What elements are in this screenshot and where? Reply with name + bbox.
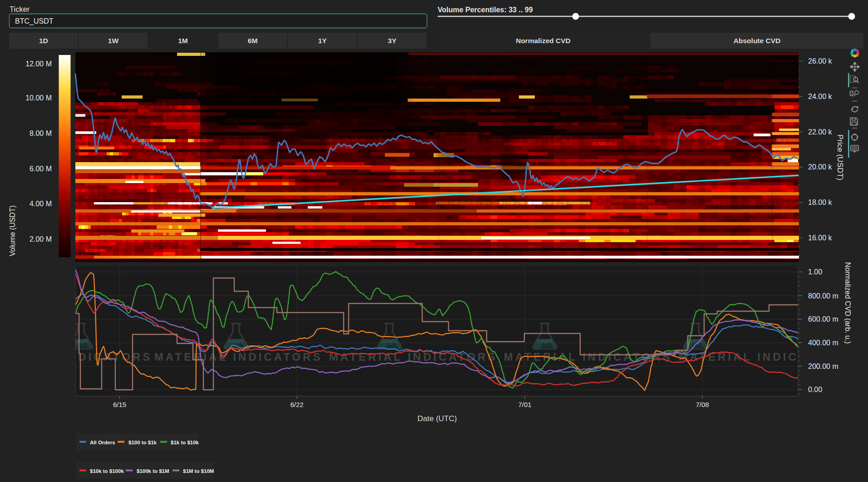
svg-text:$1k to $10k: $1k to $10k: [171, 440, 199, 445]
svg-text:All Orders: All Orders: [90, 440, 115, 445]
svg-text:22.00 k: 22.00 k: [808, 128, 832, 136]
svg-text:Ticker: Ticker: [10, 5, 30, 13]
svg-text:MATERIAL INDICATORS: MATERIAL INDICATORS: [502, 195, 670, 208]
svg-text:200.00 m: 200.00 m: [808, 363, 838, 370]
svg-text:6/15: 6/15: [113, 401, 126, 408]
svg-text:$100 to $1k: $100 to $1k: [128, 440, 157, 445]
svg-text:24.00 k: 24.00 k: [808, 93, 832, 100]
svg-text:MATERIAL INDICATORS: MATERIAL INDICATORS: [327, 134, 495, 147]
svg-text:4.00 M: 4.00 M: [30, 200, 52, 208]
svg-text:$100k to $1M: $100k to $1M: [137, 468, 169, 474]
svg-text:800.00 m: 800.00 m: [808, 292, 838, 300]
svg-text:Volume Percentiles: 33 .. 99: Volume Percentiles: 33 .. 99: [438, 6, 533, 14]
svg-text:1D: 1D: [39, 37, 48, 45]
svg-text:0.00: 0.00: [808, 386, 822, 393]
svg-text:1.00: 1.00: [808, 268, 822, 276]
svg-text:Absolute CVD: Absolute CVD: [734, 37, 780, 45]
svg-text:6/22: 6/22: [290, 401, 303, 408]
svg-text:MATERIAL INDICATORS: MATERIAL INDICATORS: [154, 351, 323, 363]
svg-text:1M: 1M: [178, 37, 188, 45]
svg-text:10.00 M: 10.00 M: [25, 94, 52, 102]
svg-text:400.00 m: 400.00 m: [808, 339, 838, 347]
svg-text:Normalized CVD (arb. u.): Normalized CVD (arb. u.): [844, 262, 852, 344]
svg-text:6M: 6M: [248, 37, 258, 45]
svg-text:MATERIAL INDICATORS: MATERIAL INDICATORS: [502, 134, 670, 147]
svg-text:BTC_USDT: BTC_USDT: [15, 17, 54, 25]
svg-text:1W: 1W: [108, 37, 119, 45]
svg-text:600.00 m: 600.00 m: [808, 315, 838, 323]
svg-text:7/08: 7/08: [695, 401, 709, 408]
svg-text:1Y: 1Y: [318, 37, 327, 45]
svg-text:$10k to $100k: $10k to $100k: [90, 468, 124, 474]
svg-text:Volume (USDT): Volume (USDT): [9, 205, 16, 256]
svg-text:12.00 M: 12.00 M: [25, 60, 52, 68]
svg-text:3Y: 3Y: [388, 37, 397, 45]
svg-text:8.00 M: 8.00 M: [30, 129, 52, 137]
svg-text:$1M to $10M: $1M to $10M: [183, 468, 214, 474]
svg-text:MATERIAL INDICATORS: MATERIAL INDICATORS: [152, 195, 321, 208]
svg-text:Normalized CVD: Normalized CVD: [516, 37, 571, 45]
svg-text:6.00 M: 6.00 M: [30, 165, 52, 173]
svg-text:Date (UTC): Date (UTC): [418, 414, 457, 423]
svg-text:Price (USDT): Price (USDT): [836, 134, 844, 180]
svg-text:7/01: 7/01: [518, 401, 531, 408]
svg-text:2.00 M: 2.00 M: [30, 235, 52, 243]
svg-text:16.00 k: 16.00 k: [808, 234, 832, 242]
svg-text:MATERIAL INDICATORS: MATERIAL INDICATORS: [152, 134, 321, 147]
svg-text:18.00 k: 18.00 k: [808, 199, 832, 206]
svg-text:26.00 k: 26.00 k: [808, 57, 832, 65]
svg-text:20.00 k: 20.00 k: [808, 163, 832, 171]
